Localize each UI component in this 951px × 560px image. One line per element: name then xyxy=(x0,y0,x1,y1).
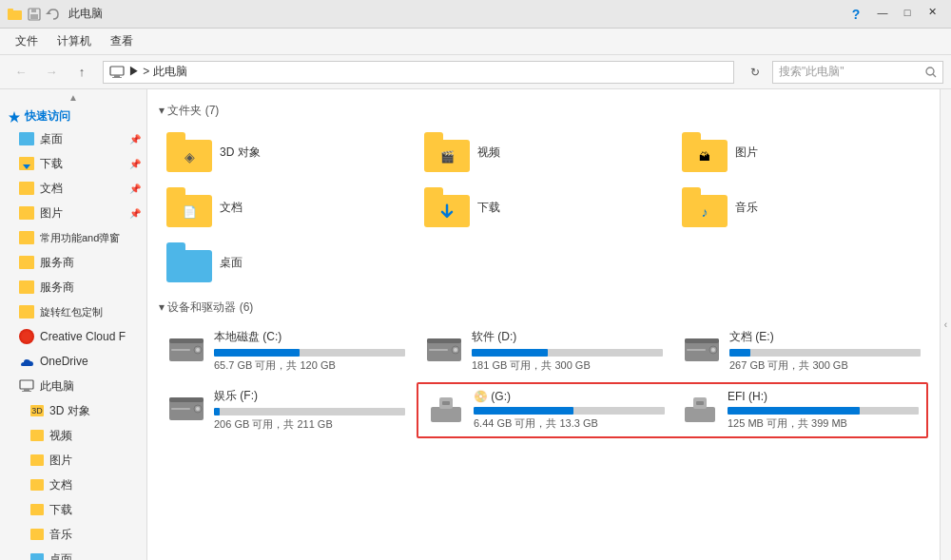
sidebar-tree-docs[interactable]: 文档 xyxy=(0,473,146,497)
titlebar-folder-icon xyxy=(8,7,23,22)
search-icon xyxy=(925,67,937,78)
progress-fill-2 xyxy=(729,349,750,357)
highlighted-drives-wrapper: 📀 (G:)6.44 GB 可用，共 13.3 GB EFI (H:)125 M… xyxy=(417,382,928,438)
progress-fill-0 xyxy=(214,349,300,357)
sidebar-item-desktop[interactable]: 桌面 📌 xyxy=(0,126,146,151)
up-button[interactable]: ↑ xyxy=(68,59,95,86)
sidebar-common-label: 常用功能and弹窗 xyxy=(40,231,120,245)
device-name-2: 文档 (E:) xyxy=(729,329,921,345)
quick-access-section: 快速访问 xyxy=(0,105,146,126)
svg-rect-33 xyxy=(171,408,190,410)
device-item-5[interactable]: EFI (H:)125 MB 可用，共 399 MB xyxy=(672,384,926,436)
device-icon-2 xyxy=(682,329,722,365)
folder-name-pictures: 图片 xyxy=(735,145,758,161)
vendor2-icon xyxy=(19,280,34,294)
svg-rect-14 xyxy=(24,389,29,391)
sidebar-tree-downloads[interactable]: 下载 xyxy=(0,497,146,522)
this-pc-label: 此电脑 xyxy=(40,378,74,395)
device-info-5: EFI (H:)125 MB 可用，共 399 MB xyxy=(728,390,919,431)
device-item-4[interactable]: 📀 (G:)6.44 GB 可用，共 13.3 GB xyxy=(418,384,672,436)
device-size-1: 181 GB 可用，共 300 GB xyxy=(472,358,663,373)
device-item-0[interactable]: 本地磁盘 (C:)65.7 GB 可用，共 120 GB xyxy=(159,323,413,378)
devices-section-header[interactable]: 设备和驱动器 (6) xyxy=(159,299,928,316)
svg-rect-23 xyxy=(429,349,448,351)
folder-name-documents: 文档 xyxy=(220,200,243,216)
device-info-0: 本地磁盘 (C:)65.7 GB 可用，共 120 GB xyxy=(214,329,405,373)
device-item-2[interactable]: 文档 (E:)267 GB 可用，共 300 GB xyxy=(674,323,928,378)
address-bar[interactable]: ▶ > 此电脑 xyxy=(103,61,734,84)
maximize-button[interactable]: □ xyxy=(896,1,919,24)
sidebar-scroll-up[interactable]: ▲ xyxy=(0,89,146,105)
device-size-3: 206 GB 可用，共 211 GB xyxy=(214,417,405,432)
folder-thumb-3d: ◈ xyxy=(166,132,212,172)
doc-icon xyxy=(30,479,44,491)
progress-bar-1 xyxy=(472,349,663,357)
sidebar-item-vendor1[interactable]: 服务商 xyxy=(0,250,146,275)
close-button[interactable]: ✕ xyxy=(921,1,943,24)
sidebar-tree-music[interactable]: 音乐 xyxy=(0,522,146,547)
search-bar[interactable]: 搜索"此电脑" xyxy=(772,61,943,84)
svg-rect-2 xyxy=(9,8,22,9)
forward-button[interactable]: → xyxy=(38,59,65,86)
device-info-2: 文档 (E:)267 GB 可用，共 300 GB xyxy=(729,329,921,373)
sidebar-tree-desktop[interactable]: 桌面 xyxy=(0,547,146,560)
folder-item-documents[interactable]: 📄 文档 xyxy=(159,182,413,233)
folder-item-pictures[interactable]: 🏔 图片 xyxy=(674,126,928,178)
svg-rect-1 xyxy=(8,9,13,12)
sidebar: ▲ 快速访问 桌面 📌 下载 📌 文档 📌 图片 xyxy=(0,89,147,560)
minimize-button[interactable]: — xyxy=(871,1,894,24)
sidebar-item-pictures[interactable]: 图片 📌 xyxy=(0,201,146,225)
pin-icon: 📌 xyxy=(129,134,141,145)
onedrive-label: OneDrive xyxy=(40,355,88,368)
sidebar-documents-label: 文档 xyxy=(40,181,63,197)
folder-item-desktop[interactable]: 桌面 xyxy=(159,237,413,288)
right-handle[interactable]: ‹ xyxy=(940,89,951,560)
sidebar-item-creative-cloud[interactable]: Creative Cloud F xyxy=(0,324,146,349)
refresh-button[interactable]: ↻ xyxy=(742,59,768,86)
sidebar-downloads-label: 下载 xyxy=(40,156,63,172)
help-button[interactable]: ? xyxy=(843,1,869,28)
sidebar-item-vendor2[interactable]: 服务商 xyxy=(0,275,146,299)
progress-bar-2 xyxy=(729,349,921,357)
device-name-1: 软件 (D:) xyxy=(472,329,663,345)
device-icon-1 xyxy=(424,329,464,365)
sidebar-item-onedrive[interactable]: OneDrive xyxy=(0,349,146,374)
folder-item-music[interactable]: ♪ 音乐 xyxy=(674,182,928,233)
folder-item-video[interactable]: 🎬 视频 xyxy=(417,126,670,178)
back-button[interactable]: ← xyxy=(8,59,34,86)
menu-view[interactable]: 查看 xyxy=(103,29,141,53)
undo-icon xyxy=(46,7,61,22)
sidebar-music-label: 音乐 xyxy=(49,527,72,543)
svg-rect-9 xyxy=(112,77,122,78)
sidebar-item-documents[interactable]: 文档 📌 xyxy=(0,176,146,201)
sidebar-tree-3d[interactable]: 3D 3D 对象 xyxy=(0,398,146,423)
onedrive-icon xyxy=(19,355,34,368)
folder-item-3d[interactable]: ◈ 3D 对象 xyxy=(159,126,413,178)
folder-item-downloads[interactable]: 下载 xyxy=(417,182,670,233)
toolbar: ← → ↑ ▶ > 此电脑 ↻ 搜索"此电脑" xyxy=(0,55,951,89)
sidebar-item-thispc[interactable]: 此电脑 xyxy=(0,374,146,398)
vendor1-icon xyxy=(19,256,34,269)
sidebar-vendor1-label: 服务商 xyxy=(40,255,74,271)
svg-point-25 xyxy=(454,348,457,352)
pictures-icon xyxy=(19,206,34,220)
device-item-1[interactable]: 软件 (D:)181 GB 可用，共 300 GB xyxy=(417,323,670,378)
sidebar-item-common[interactable]: 常用功能and弹窗 xyxy=(0,225,146,250)
svg-rect-39 xyxy=(685,407,715,422)
content-area: 文件夹 (7) ◈ 3D 对象 🎬 视频 xyxy=(147,89,940,560)
sidebar-item-rotate[interactable]: 旋转红包定制 xyxy=(0,299,146,324)
progress-fill-5 xyxy=(728,407,860,415)
folder-name-music: 音乐 xyxy=(735,200,758,216)
device-name-3: 娱乐 (F:) xyxy=(214,388,405,404)
download-arrow-icon xyxy=(437,203,456,222)
sidebar-item-downloads[interactable]: 下载 📌 xyxy=(0,151,146,176)
desktop-icon xyxy=(19,132,34,145)
sidebar-desktop2-label: 桌面 xyxy=(49,551,72,561)
menu-file[interactable]: 文件 xyxy=(8,29,46,53)
svg-rect-15 xyxy=(22,391,31,392)
folders-section-header[interactable]: 文件夹 (7) xyxy=(159,103,928,119)
sidebar-tree-pictures[interactable]: 图片 xyxy=(0,448,146,473)
device-item-3[interactable]: 娱乐 (F:)206 GB 可用，共 211 GB xyxy=(159,382,413,438)
menu-computer[interactable]: 计算机 xyxy=(49,29,99,53)
sidebar-tree-video[interactable]: 视频 xyxy=(0,423,146,448)
